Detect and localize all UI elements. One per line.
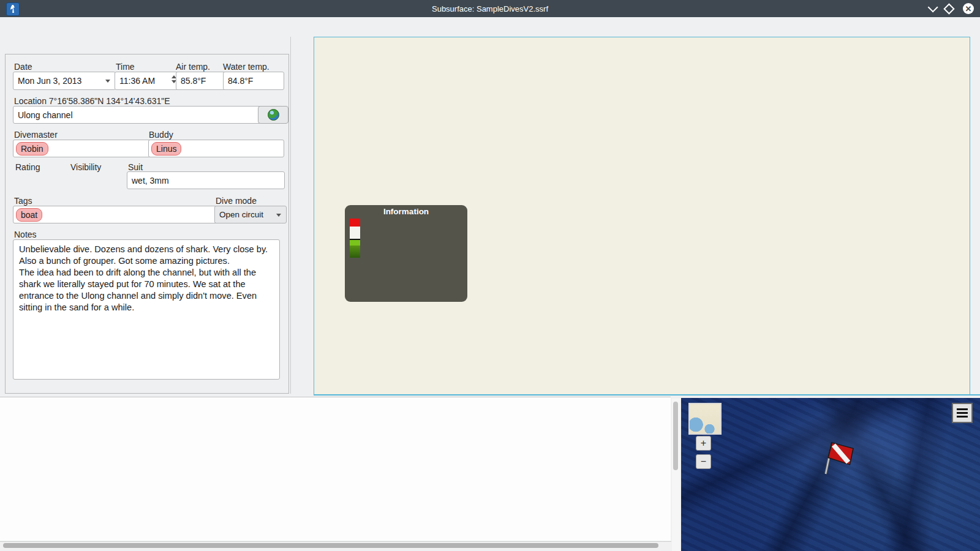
- buddy-tag[interactable]: Linus: [151, 142, 181, 156]
- title-bar: Subsurface: SampleDivesV2.ssrf ✕: [0, 0, 980, 17]
- minimap-thumbnail[interactable]: [688, 403, 722, 435]
- dive-mode-label: Dive mode: [216, 196, 257, 206]
- splitter[interactable]: [314, 394, 980, 395]
- dive-flag-marker[interactable]: [815, 433, 864, 482]
- time-label: Time: [116, 62, 135, 72]
- water-temp-field[interactable]: 84.8°F: [223, 72, 284, 90]
- globe-icon: [268, 109, 279, 121]
- maximize-icon[interactable]: [943, 3, 954, 14]
- dive-profile-chart[interactable]: Information: [314, 37, 970, 395]
- suit-label: Suit: [128, 162, 143, 172]
- dive-mode-select[interactable]: Open circuit: [214, 206, 287, 223]
- notes-label: Notes: [14, 230, 37, 239]
- date-dropdown[interactable]: Mon Jun 3, 2013: [13, 72, 116, 90]
- map-globe-button[interactable]: [258, 106, 288, 124]
- map-zoom-out-button[interactable]: −: [696, 454, 711, 469]
- map-menu-button[interactable]: [952, 403, 973, 423]
- profile-toolbar: [290, 37, 314, 394]
- divemaster-label: Divemaster: [14, 130, 58, 140]
- buddy-field[interactable]: Linus: [148, 140, 284, 157]
- vertical-scrollbar[interactable]: [672, 399, 680, 551]
- suit-field[interactable]: wet, 3mm: [127, 171, 285, 189]
- close-icon[interactable]: ✕: [963, 3, 974, 14]
- buddy-label: Buddy: [149, 130, 173, 140]
- tags-label: Tags: [14, 196, 32, 206]
- notes-panel: Date Mon Jun 3, 2013 Time 11:36 AM Air t…: [5, 54, 289, 394]
- water-temp-label: Water temp.: [223, 62, 270, 72]
- notes-textarea[interactable]: Unbelievable dive. Dozens and dozens of …: [13, 239, 280, 380]
- info-box-title: Information: [345, 205, 467, 216]
- horizontal-scrollbar[interactable]: [0, 541, 671, 550]
- time-spinbox[interactable]: 11:36 AM: [115, 72, 181, 90]
- date-label: Date: [14, 62, 32, 72]
- visibility-label: Visibility: [70, 162, 101, 172]
- minimize-icon[interactable]: [928, 2, 938, 12]
- rating-label: Rating: [15, 162, 40, 172]
- divemaster-tag[interactable]: Robin: [16, 142, 48, 156]
- subsurface-window: Subsurface: SampleDivesV2.ssrf ✕ Date Mo…: [0, 0, 980, 551]
- window-title: Subsurface: SampleDivesV2.ssrf: [0, 4, 980, 13]
- tag-boat[interactable]: boat: [16, 208, 42, 222]
- location-label: Location 7°16'58.386"N 134°14'43.631"E: [14, 96, 170, 106]
- location-field[interactable]: Ulong channel: [13, 106, 264, 124]
- dive-map[interactable]: + −: [681, 398, 980, 551]
- menu-bar: [0, 17, 980, 36]
- dive-list: [0, 397, 671, 541]
- air-temp-field[interactable]: 85.8°F: [176, 72, 227, 90]
- tank-pressure-legend: [350, 219, 360, 258]
- divemaster-field[interactable]: Robin: [13, 140, 155, 157]
- map-zoom-in-button[interactable]: +: [696, 436, 711, 451]
- info-box: Information: [345, 205, 467, 302]
- app-icon: [6, 2, 20, 16]
- tags-field[interactable]: boat: [13, 206, 217, 223]
- air-temp-label: Air temp.: [176, 62, 210, 72]
